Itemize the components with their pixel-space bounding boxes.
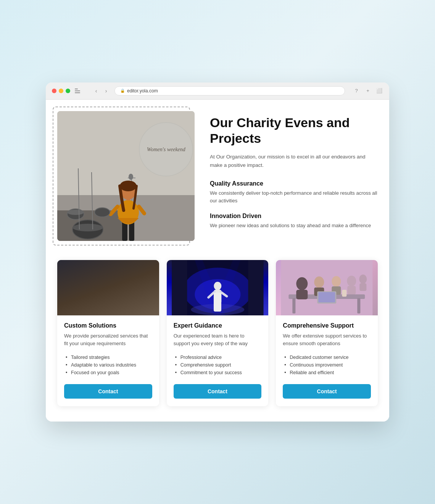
card-custom-solutions-image	[57, 260, 159, 315]
feature-quality-assurance: Quality Assurance We consistently delive…	[210, 180, 378, 205]
list-item: Comprehensive support	[174, 361, 262, 369]
list-item: Focused on your goals	[64, 369, 152, 376]
hero-title: Our Charity Evens and Projects	[210, 115, 378, 146]
card-expert-guidance-image	[167, 260, 269, 315]
back-button[interactable]: ‹	[92, 87, 100, 95]
browser-actions: ? + ⬜	[353, 87, 383, 95]
svg-point-20	[95, 208, 110, 217]
card-custom-solutions-body: Custom Solutions We provide personalized…	[57, 315, 159, 406]
feature-innovation-description: We pioneer new ideas and solutions to st…	[210, 222, 378, 230]
traffic-lights	[52, 89, 70, 93]
browser-toolbar: ‹ › 🔒 editor.yola.com ? + ⬜	[46, 82, 389, 100]
list-item: Tailored strategies	[64, 354, 152, 361]
svg-rect-39	[248, 260, 263, 315]
list-item: Professional advice	[174, 354, 262, 361]
hero-image-container: Women's weekend	[57, 111, 195, 241]
card-comprehensive-support-list: Dedicated customer service Continuous im…	[283, 354, 371, 376]
contact-button-card-2[interactable]: Contact	[174, 384, 262, 399]
svg-rect-44	[218, 302, 221, 310]
svg-text:Women's weekend: Women's weekend	[147, 147, 186, 152]
hero-image: Women's weekend	[57, 111, 195, 241]
card-comprehensive-support-body: Comprehensive Support We offer extensive…	[276, 315, 378, 406]
card-expert-guidance: Expert Guidance Our experienced team is …	[167, 260, 269, 406]
hero-section: Women's weekend	[57, 111, 378, 241]
browser-navigation: ‹ ›	[92, 87, 110, 95]
list-item: Continuous improvement	[283, 361, 371, 369]
svg-rect-27	[100, 287, 118, 298]
traffic-light-yellow[interactable]	[59, 89, 63, 93]
sidebar-toggle-button[interactable]	[75, 87, 83, 94]
hero-image-svg: Women's weekend	[57, 111, 195, 241]
svg-rect-26	[77, 281, 97, 285]
svg-rect-24	[62, 291, 154, 315]
feature-innovation-driven: Innovation Driven We pioneer new ideas a…	[210, 213, 378, 230]
svg-point-17	[72, 224, 103, 231]
feature-quality-title: Quality Assurance	[210, 180, 378, 187]
feature-innovation-title: Innovation Driven	[210, 213, 378, 220]
svg-rect-34	[62, 260, 154, 315]
svg-point-41	[214, 282, 221, 290]
card-comprehensive-support-description: We offer extensive support services to e…	[283, 332, 371, 347]
card-comprehensive-support-title: Comprehensive Support	[283, 322, 371, 329]
forward-button[interactable]: ›	[102, 87, 110, 95]
extensions-button[interactable]: ⬜	[375, 87, 383, 95]
card-expert-guidance-body: Expert Guidance Our experienced team is …	[167, 315, 269, 406]
browser-window: ‹ › 🔒 editor.yola.com ? + ⬜	[46, 82, 389, 422]
list-item: Reliable and efficient	[283, 369, 371, 376]
svg-rect-25	[77, 283, 97, 298]
svg-rect-29	[121, 281, 142, 298]
card-comprehensive-support-image	[276, 260, 378, 315]
svg-point-15	[120, 181, 137, 191]
card-comprehensive-support: Comprehensive Support We offer extensive…	[276, 260, 378, 406]
svg-rect-28	[100, 285, 118, 289]
page-content: Women's weekend	[46, 100, 389, 422]
svg-point-19	[67, 210, 84, 215]
svg-rect-23	[62, 260, 154, 315]
contact-button-card-3[interactable]: Contact	[283, 384, 371, 399]
list-item: Adaptable to various industries	[64, 361, 152, 369]
traffic-light-green[interactable]	[66, 89, 70, 93]
url-text: editor.yola.com	[127, 88, 158, 94]
svg-rect-43	[214, 302, 217, 310]
contact-button-card-1[interactable]: Contact	[64, 384, 152, 399]
hero-description: At Our Organization, our mission is to e…	[210, 153, 378, 169]
list-item: Dedicated customer service	[283, 354, 371, 361]
hero-text: Our Charity Evens and Projects At Our Or…	[210, 111, 378, 237]
card-custom-solutions: Custom Solutions We provide personalized…	[57, 260, 159, 406]
traffic-light-red[interactable]	[52, 89, 56, 93]
address-bar[interactable]: 🔒 editor.yola.com	[114, 86, 345, 95]
card-custom-solutions-description: We provide personalized services that fi…	[64, 332, 152, 347]
help-button[interactable]: ?	[353, 87, 360, 95]
svg-rect-31	[88, 283, 97, 294]
feature-quality-description: We consistently deliver top-notch perfor…	[210, 189, 378, 205]
card-custom-solutions-list: Tailored strategies Adaptable to various…	[64, 354, 152, 376]
cards-section: Custom Solutions We provide personalized…	[57, 260, 378, 406]
svg-rect-38	[172, 260, 187, 315]
svg-point-7	[129, 174, 133, 180]
card-custom-solutions-title: Custom Solutions	[64, 322, 152, 329]
svg-rect-33	[119, 280, 127, 289]
add-tab-button[interactable]: +	[364, 87, 372, 95]
svg-point-32	[119, 271, 127, 281]
svg-rect-66	[281, 260, 373, 315]
svg-point-30	[88, 273, 97, 284]
card-expert-guidance-list: Professional advice Comprehensive suppor…	[174, 354, 262, 376]
lock-icon: 🔒	[120, 89, 125, 93]
card-expert-guidance-description: Our experienced team is here to support …	[174, 332, 262, 347]
card-1-svg	[57, 260, 159, 315]
list-item: Commitment to your success	[174, 369, 262, 376]
card-expert-guidance-title: Expert Guidance	[174, 322, 262, 329]
card-3-svg	[276, 260, 378, 315]
card-2-svg	[167, 260, 269, 315]
